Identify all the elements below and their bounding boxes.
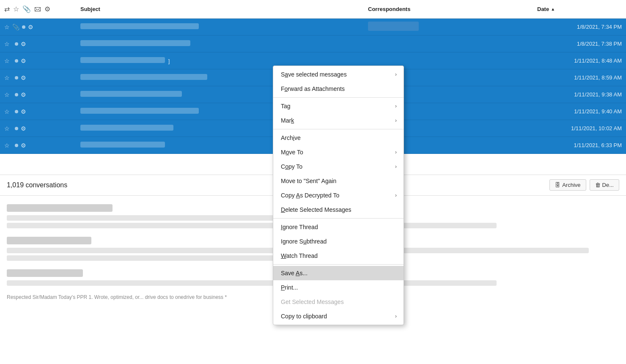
read-dot bbox=[22, 25, 25, 29]
archive-icon: 🗄 bbox=[555, 182, 560, 188]
read-dot bbox=[15, 76, 18, 79]
table-row[interactable]: ☆ ⚙ 1/8/2021, 7:38 PM bbox=[0, 36, 626, 52]
row-icons-4: ☆ ⚙ bbox=[4, 74, 80, 81]
read-dot bbox=[15, 127, 18, 130]
row-subject-3: ] bbox=[80, 57, 368, 64]
star-icon[interactable]: ☆ bbox=[4, 24, 10, 30]
ctx-arrow-tag: › bbox=[395, 103, 397, 109]
ctx-separator-4 bbox=[273, 264, 404, 265]
tag-icon: ⚙ bbox=[21, 41, 26, 47]
ctx-save-as[interactable]: Save As... bbox=[273, 266, 404, 280]
blurred-subject bbox=[80, 40, 190, 46]
ctx-label-move-sent: Move to "Sent" Again bbox=[281, 178, 397, 184]
column-date[interactable]: Date ▲ bbox=[537, 6, 622, 12]
ctx-save-selected-messages[interactable]: Save selected messages › bbox=[273, 67, 404, 82]
row-icons-5: ☆ ⚙ bbox=[4, 91, 80, 98]
read-dot bbox=[15, 42, 18, 46]
ctx-print[interactable]: Print... bbox=[273, 280, 404, 295]
ctx-label-save-selected: Save selected messages bbox=[281, 71, 395, 78]
preview-sender-blurred-2 bbox=[7, 237, 91, 244]
star-icon[interactable]: ☆ bbox=[4, 41, 10, 47]
row-icons-6: ☆ ⚙ bbox=[4, 108, 80, 115]
row-icons-2: ☆ ⚙ bbox=[4, 41, 80, 47]
sort-arrow-icon: ▲ bbox=[551, 7, 555, 11]
blurred-subject bbox=[80, 142, 165, 148]
row-date-7: 1/11/2021, 10:02 AM bbox=[537, 125, 622, 131]
tag-icon: ⚙ bbox=[21, 57, 26, 64]
blurred-correspondent bbox=[368, 22, 419, 31]
preview-line bbox=[7, 223, 497, 228]
tag-icon: ⚙ bbox=[21, 125, 26, 132]
ctx-label-forward: Forward as Attachments bbox=[281, 85, 397, 92]
table-row[interactable]: ☆ 📎 ⚙ 1/8/2021, 7:34 PM bbox=[0, 19, 626, 36]
ctx-ignore-subthread[interactable]: Ignore Subthread bbox=[273, 234, 404, 249]
row-date-8: 1/11/2021, 6:33 PM bbox=[537, 142, 622, 148]
star-icon[interactable]: ☆ bbox=[4, 108, 10, 115]
row-date-1: 1/8/2021, 7:34 PM bbox=[537, 24, 622, 30]
ctx-label-watch-thread: Watch Thread bbox=[281, 252, 397, 259]
ctx-label-move-to: Move To bbox=[281, 149, 395, 156]
row-date-3: 1/11/2021, 8:48 AM bbox=[537, 57, 622, 64]
row-date-4: 1/11/2021, 8:59 AM bbox=[537, 74, 622, 81]
conversations-count: 1,019 conversations bbox=[7, 181, 67, 189]
tag-icon-header[interactable]: ⚙ bbox=[44, 5, 50, 13]
tag-icon: ⚙ bbox=[21, 142, 26, 149]
star-icon[interactable]: ☆ bbox=[4, 57, 10, 64]
correspondent-icon-header[interactable]: 🖂 bbox=[34, 5, 41, 13]
read-dot bbox=[15, 59, 18, 63]
ctx-separator-3 bbox=[273, 218, 404, 219]
thread-icon[interactable]: ⇄ bbox=[4, 5, 10, 13]
ctx-move-to-sent[interactable]: Move to "Sent" Again bbox=[273, 174, 404, 188]
row-date-6: 1/11/2021, 9:40 AM bbox=[537, 108, 622, 115]
row-icons-3: ☆ ⚙ bbox=[4, 57, 80, 64]
row-icons-1: ☆ 📎 ⚙ bbox=[4, 24, 80, 30]
row-icons-8: ☆ ⚙ bbox=[4, 142, 80, 149]
ctx-arrow-mark: › bbox=[395, 118, 397, 123]
ctx-ignore-thread[interactable]: Ignore Thread bbox=[273, 220, 404, 234]
ctx-label-copy-clipboard: Copy to clipboard bbox=[281, 313, 395, 320]
ctx-get-selected-messages: Get Selected Messages bbox=[273, 295, 404, 309]
tag-icon: ⚙ bbox=[21, 91, 26, 98]
blurred-subject bbox=[80, 74, 207, 80]
ctx-label-print: Print... bbox=[281, 284, 397, 291]
column-subject[interactable]: Subject bbox=[80, 6, 368, 12]
attachment-icon: 📎 bbox=[12, 24, 19, 30]
row-correspondents-1 bbox=[368, 22, 537, 32]
blurred-subject bbox=[80, 57, 165, 63]
attachment-icon-header[interactable]: 📎 bbox=[22, 5, 31, 13]
ctx-move-to[interactable]: Move To › bbox=[273, 145, 404, 159]
star-icon[interactable]: ☆ bbox=[4, 91, 10, 98]
ctx-label-tag: Tag bbox=[281, 103, 395, 109]
read-dot bbox=[15, 93, 18, 96]
tag-icon: ⚙ bbox=[28, 24, 33, 30]
blurred-subject bbox=[80, 108, 199, 114]
star-icon[interactable]: ☆ bbox=[4, 125, 10, 132]
delete-button[interactable]: 🗑 De... bbox=[590, 179, 619, 191]
row-subject-1 bbox=[80, 23, 368, 30]
ctx-arrow-copy-to: › bbox=[395, 164, 397, 170]
ctx-label-copy-decrypted: Copy As Decrypted To bbox=[281, 192, 395, 199]
star-icon[interactable]: ☆ bbox=[4, 142, 10, 149]
column-correspondents[interactable]: Correspondents bbox=[368, 6, 537, 12]
ctx-delete-selected[interactable]: Delete Selected Messages bbox=[273, 203, 404, 217]
preview-sender-blurred-3 bbox=[7, 269, 83, 277]
col-icons-header: ⇄ ☆ 📎 🖂 ⚙ bbox=[4, 5, 80, 13]
star-icon[interactable]: ☆ bbox=[4, 74, 10, 81]
preview-line bbox=[7, 280, 497, 286]
ctx-tag[interactable]: Tag › bbox=[273, 99, 404, 113]
ctx-copy-to[interactable]: Copy To › bbox=[273, 159, 404, 174]
blurred-subject bbox=[80, 91, 182, 97]
star-icon-header[interactable]: ☆ bbox=[13, 5, 19, 13]
tag-icon: ⚙ bbox=[21, 108, 26, 115]
ctx-mark[interactable]: Mark › bbox=[273, 113, 404, 128]
ctx-archive[interactable]: Archive bbox=[273, 131, 404, 145]
ctx-arrow-save-selected: › bbox=[395, 71, 397, 77]
blurred-subject bbox=[80, 23, 199, 29]
ctx-copy-as-decrypted[interactable]: Copy As Decrypted To › bbox=[273, 188, 404, 203]
ctx-label-save-as: Save As... bbox=[281, 270, 397, 276]
ctx-watch-thread[interactable]: Watch Thread bbox=[273, 249, 404, 263]
archive-button[interactable]: 🗄 Archive bbox=[549, 179, 586, 191]
ctx-arrow-move-to: › bbox=[395, 149, 397, 155]
ctx-copy-clipboard[interactable]: Copy to clipboard › bbox=[273, 309, 404, 323]
ctx-forward-attachments[interactable]: Forward as Attachments bbox=[273, 82, 404, 96]
